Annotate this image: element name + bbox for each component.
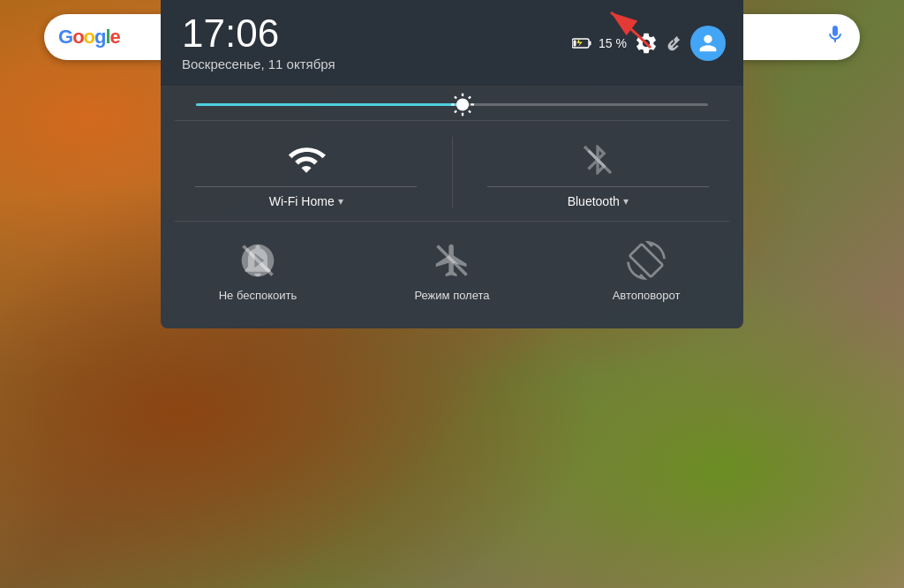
wifi-icon [287, 140, 326, 179]
wifi-separator [195, 186, 417, 187]
dnd-toggle[interactable]: Не беспокоить [161, 229, 355, 311]
bluetooth-toggle[interactable]: Bluetooth ▾ [453, 128, 744, 217]
airplane-icon-wrap [429, 237, 475, 283]
dnd-label: Не беспокоить [219, 289, 298, 302]
airplane-toggle[interactable]: Режим полета [355, 229, 549, 311]
qs-time: 17:06 [182, 14, 572, 53]
bluetooth-dropdown-arrow[interactable]: ▾ [623, 195, 629, 207]
quick-settings-panel: 17:06 Воскресенье, 11 октября [161, 0, 743, 328]
wifi-label: Wi-Fi Home [269, 194, 335, 208]
main-toggles-row: Wi-Fi Home ▾ Bluetooth ▾ [161, 121, 743, 221]
svg-rect-2 [590, 41, 591, 45]
brightness-slider-section [161, 86, 743, 120]
mic-icon[interactable] [825, 24, 846, 50]
wifi-label-row: Wi-Fi Home ▾ [269, 194, 343, 208]
google-logo: Google [58, 26, 120, 49]
wifi-dropdown-arrow[interactable]: ▾ [338, 195, 343, 207]
brightness-track[interactable] [196, 103, 708, 106]
bottom-toggles-row: Не беспокоить Режим полета Автоповорот [161, 222, 743, 328]
qs-header: 17:06 Воскресенье, 11 октября [161, 0, 743, 86]
bluetooth-label: Bluetooth [568, 194, 620, 208]
bluetooth-icon [580, 142, 615, 177]
battery-percent: 15 % [599, 36, 627, 50]
status-icons: 15 % [572, 26, 726, 61]
user-avatar[interactable] [690, 26, 726, 61]
bluetooth-separator [487, 186, 709, 187]
autorotate-toggle[interactable]: Автоповорот [549, 229, 743, 311]
brightness-thumb[interactable] [450, 93, 475, 117]
dnd-icon-wrap [235, 237, 281, 283]
airplane-icon [433, 241, 471, 280]
airplane-label: Режим полета [414, 289, 489, 302]
autorotate-icon-wrap [623, 237, 669, 283]
battery-icon [572, 37, 591, 49]
autorotate-label: Автоповорот [613, 289, 681, 302]
qs-time-section: 17:06 Воскресенье, 11 октября [182, 14, 572, 72]
bluetooth-icon-wrap [575, 137, 621, 183]
settings-icon[interactable] [634, 31, 659, 56]
qs-date: Воскресенье, 11 октября [182, 57, 572, 72]
dnd-icon [238, 241, 277, 280]
bluetooth-label-row: Bluetooth ▾ [568, 194, 629, 208]
svg-rect-3 [574, 40, 576, 46]
wrench-icon [666, 34, 683, 52]
brightness-fill [196, 103, 463, 106]
autorotate-icon [627, 241, 666, 280]
wifi-toggle[interactable]: Wi-Fi Home ▾ [161, 128, 452, 217]
wifi-icon-wrap [283, 137, 329, 183]
